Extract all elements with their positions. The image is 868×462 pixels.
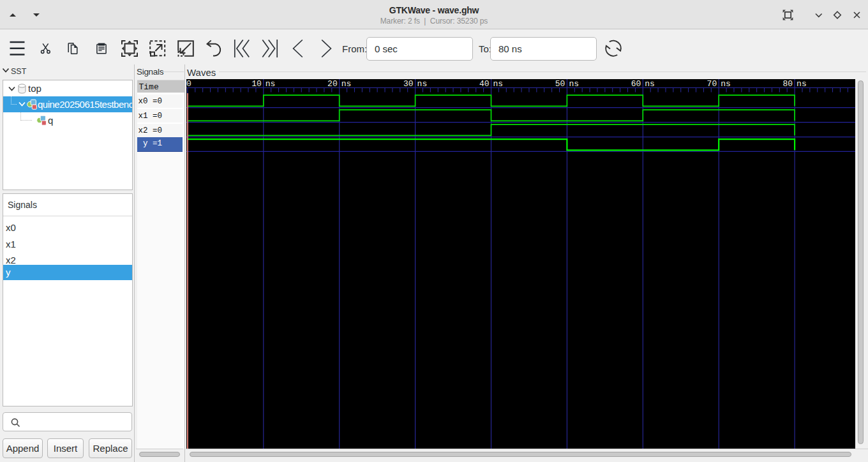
svg-text:30: 30 [403, 79, 414, 89]
svg-text:60: 60 [631, 79, 641, 89]
svg-text:80: 80 [782, 79, 793, 89]
svg-text:20: 20 [327, 79, 338, 89]
svg-text:ns: ns [417, 79, 428, 89]
svg-text:ns: ns [493, 79, 504, 89]
svg-text:ns: ns [645, 79, 655, 89]
svg-text:10: 10 [251, 79, 262, 89]
svg-text:ns: ns [721, 79, 731, 89]
svg-text:70: 70 [707, 79, 717, 89]
svg-text:ns: ns [797, 79, 807, 89]
svg-text:ns: ns [266, 79, 276, 89]
svg-text:ns: ns [569, 79, 579, 89]
svg-text:0: 0 [186, 79, 191, 89]
svg-text:40: 40 [479, 79, 490, 89]
svg-text:50: 50 [555, 79, 565, 89]
svg-text:ns: ns [341, 79, 352, 89]
